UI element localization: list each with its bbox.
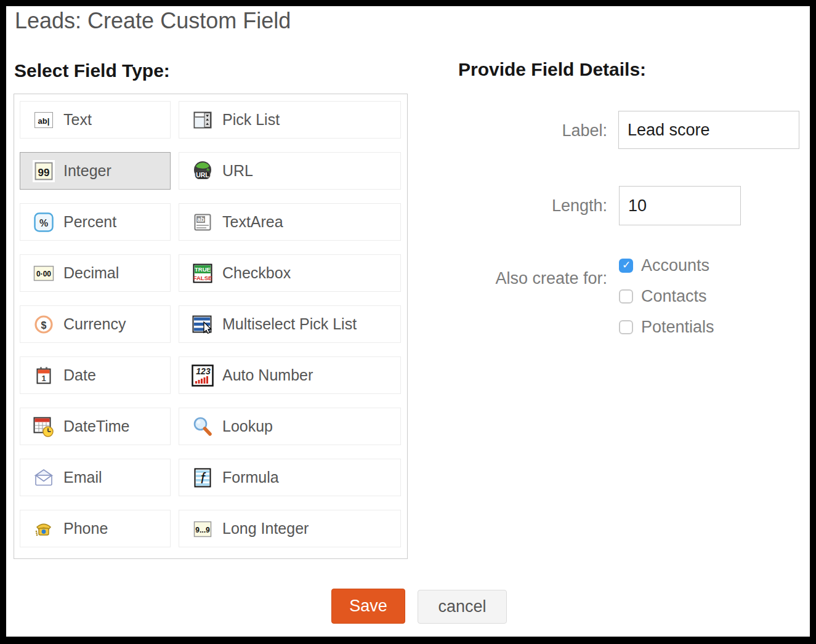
also-create-for-group: Accounts Contacts Potentials — [619, 259, 714, 334]
field-type-label: DateTime — [63, 417, 129, 435]
date-icon: 1 — [32, 364, 55, 387]
field-type-integer[interactable]: 99 Integer — [20, 152, 171, 190]
checkbox-row-accounts[interactable]: Accounts — [619, 259, 714, 273]
field-type-email[interactable]: Email — [20, 459, 171, 496]
field-type-label: Text — [63, 111, 92, 129]
pick-list-icon — [191, 108, 214, 132]
field-type-lookup[interactable]: Lookup — [179, 408, 401, 445]
decimal-icon: 0·00 — [32, 262, 55, 285]
percent-icon: % — [32, 211, 55, 234]
provide-field-details-heading: Provide Field Details: — [458, 59, 646, 80]
field-type-long-integer[interactable]: 9...9 Long Integer — [179, 510, 401, 547]
field-type-label: Integer — [63, 162, 111, 180]
phone-icon — [32, 517, 55, 541]
auto-number-icon: 123 — [191, 364, 214, 387]
field-type-formula[interactable]: f Formula — [179, 459, 401, 496]
svg-text:ab|: ab| — [38, 116, 50, 125]
field-type-multiselect-pick-list[interactable]: Multiselect Pick List — [179, 305, 401, 343]
field-type-currency[interactable]: $ Currency — [20, 305, 171, 343]
cancel-button[interactable]: cancel — [418, 590, 507, 624]
long-integer-icon: 9...9 — [191, 517, 214, 541]
potentials-checkbox-label: Potentials — [641, 318, 714, 337]
label-input[interactable] — [618, 111, 799, 149]
field-type-label: Long Integer — [222, 520, 309, 537]
field-type-label: Phone — [63, 520, 108, 537]
field-type-label: Formula — [222, 469, 279, 486]
field-type-url[interactable]: URL URL — [179, 152, 401, 190]
svg-text:9...9: 9...9 — [195, 525, 210, 534]
svg-text:99: 99 — [38, 166, 50, 178]
field-type-label: Percent — [63, 213, 116, 231]
field-type-checkbox[interactable]: TRUE FALSE Checkbox — [179, 254, 401, 292]
svg-text:ab: ab — [197, 216, 204, 223]
field-type-auto-number[interactable]: 123 Auto Number — [179, 356, 401, 394]
field-type-label: TextArea — [222, 213, 283, 231]
checkbox-row-contacts[interactable]: Contacts — [619, 289, 714, 304]
field-type-label: Auto Number — [222, 366, 313, 384]
field-type-datetime[interactable]: DateTime — [20, 408, 171, 445]
field-type-label: Pick List — [222, 111, 280, 129]
checkbox-row-potentials[interactable]: Potentials — [619, 320, 714, 334]
svg-text:TRUE: TRUE — [195, 266, 211, 273]
email-icon — [32, 466, 55, 489]
field-type-label: Checkbox — [222, 264, 291, 282]
svg-text:FALSE: FALSE — [193, 275, 212, 281]
length-input[interactable] — [619, 186, 741, 225]
accounts-checkbox-label: Accounts — [641, 256, 709, 275]
textarea-icon: ab — [191, 211, 214, 234]
multiselect-pick-list-icon — [191, 313, 214, 336]
text-icon: ab| — [32, 108, 55, 132]
select-field-type-heading: Select Field Type: — [14, 60, 170, 81]
field-type-label: Date — [63, 366, 96, 384]
contacts-checkbox-label: Contacts — [641, 287, 707, 306]
also-create-for-caption: Also create for: — [431, 269, 607, 288]
contacts-checkbox[interactable] — [619, 289, 633, 304]
svg-text:%: % — [39, 217, 48, 228]
field-type-date[interactable]: 1 Date — [20, 356, 171, 394]
field-type-decimal[interactable]: 0·00 Decimal — [20, 254, 171, 292]
label-field-caption: Label: — [431, 121, 607, 140]
formula-icon: f — [191, 466, 214, 489]
field-type-text[interactable]: ab| Text — [20, 101, 171, 139]
datetime-icon — [32, 415, 55, 438]
field-type-label: Multiselect Pick List — [222, 315, 357, 333]
dialog-title: Leads: Create Custom Field — [15, 8, 291, 34]
url-icon: URL — [191, 159, 214, 183]
potentials-checkbox[interactable] — [619, 320, 633, 334]
length-field-caption: Length: — [431, 196, 607, 215]
field-type-label: Email — [63, 469, 102, 486]
svg-text:URL: URL — [196, 171, 209, 179]
field-type-label: Currency — [63, 315, 126, 333]
field-type-phone[interactable]: Phone — [20, 510, 171, 547]
lookup-icon — [191, 415, 214, 438]
svg-text:0·00: 0·00 — [36, 270, 51, 278]
svg-text:123: 123 — [196, 366, 211, 376]
field-type-label: Decimal — [63, 264, 119, 282]
true-false-icon: TRUE FALSE — [191, 262, 214, 285]
currency-icon: $ — [32, 313, 55, 336]
field-type-textarea[interactable]: ab TextArea — [179, 203, 401, 241]
field-type-label: Lookup — [222, 417, 273, 435]
field-type-list: ab| Text Pick List — [14, 94, 408, 559]
svg-text:1: 1 — [41, 374, 46, 383]
save-button[interactable]: Save — [331, 589, 405, 624]
svg-text:$: $ — [41, 320, 47, 330]
accounts-checkbox[interactable] — [619, 259, 633, 273]
dialog-frame: Leads: Create Custom Field Select Field … — [0, 0, 816, 644]
integer-icon: 99 — [32, 159, 55, 183]
field-type-percent[interactable]: % Percent — [20, 203, 171, 241]
field-type-label: URL — [222, 162, 253, 180]
field-type-pick-list[interactable]: Pick List — [179, 101, 401, 139]
